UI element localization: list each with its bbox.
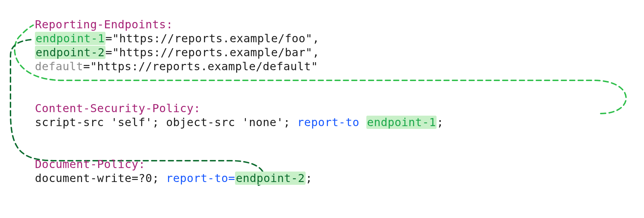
endpoint-2-url: "https://reports.example/bar" [112,46,312,59]
eq-3: = [83,60,90,73]
csp-header: Content-Security-Policy: [35,102,200,115]
csp-report-to: report-to [297,116,366,129]
endpoint-1-url: "https://reports.example/foo" [112,32,312,45]
default-url: "https://reports.example/default" [90,60,318,73]
csp-body: script-src 'self'; object-src 'none'; [35,116,297,129]
dp-endpoint-ref: endpoint-2 [235,172,306,185]
eq-1: = [105,32,112,45]
dp-header: Document-Policy: [35,158,145,171]
trail-2: , [313,46,320,59]
code-block: Reporting-Endpoints: endpoint-1="https:/… [35,3,444,185]
endpoint-2-key: endpoint-2 [35,46,105,59]
dp-body: document-write=?0; [35,172,166,185]
default-key: default [35,60,83,73]
reporting-endpoints-header: Reporting-Endpoints: [35,18,173,31]
trail-1: , [313,32,320,45]
dp-report-to: report-to= [166,172,235,185]
eq-2: = [105,46,112,59]
csp-endpoint-ref: endpoint-1 [366,116,437,129]
dp-trail: ; [306,172,313,185]
endpoint-1-key: endpoint-1 [35,32,105,45]
csp-trail: ; [437,116,444,129]
